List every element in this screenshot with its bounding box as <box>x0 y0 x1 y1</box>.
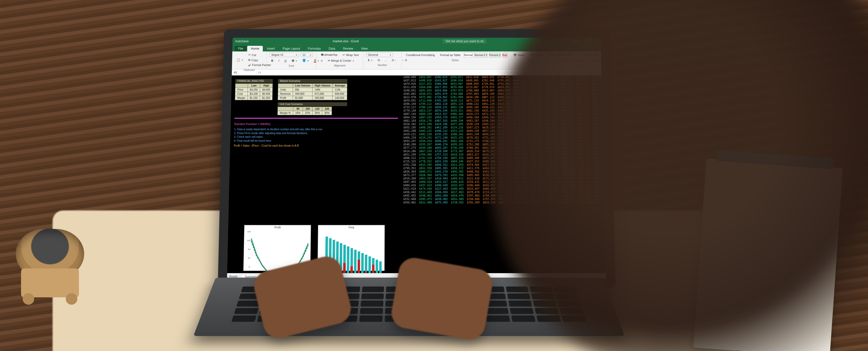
bold-button[interactable]: B <box>269 58 275 63</box>
random-fn-note: Random Function = RAND() <box>235 122 398 125</box>
photo-scene: AutoSave market.xlsx - Excel Tell me wha… <box>0 0 868 351</box>
chart-title: Freq <box>318 226 384 229</box>
name-box[interactable]: A1 <box>232 71 256 74</box>
analysis-title-3: Unit Cost Scenarios <box>278 103 347 106</box>
conditional-formatting-button[interactable]: Conditional Formatting <box>404 53 437 57</box>
svg-rect-27 <box>372 265 375 273</box>
tab-page-layout[interactable]: Page Layout <box>279 46 304 51</box>
align-left-icon[interactable]: ≡ <box>319 58 324 63</box>
tab-view[interactable]: View <box>357 46 371 51</box>
paperclip-cup <box>16 229 84 297</box>
svg-rect-15 <box>350 266 353 273</box>
analysis-table-3: 90100110120Margin %18%22%26%30% <box>277 107 332 115</box>
comma-button[interactable]: , <box>383 58 388 62</box>
group-number: General $ % , .0→ ←.0 Number <box>364 52 402 69</box>
group-label: Alignment <box>319 64 361 67</box>
tab-review[interactable]: Review <box>339 46 357 51</box>
tab-data[interactable]: Data <box>325 46 339 51</box>
analysis-table-1: LowHighPrice$4,250$4,800Cost$3,100$3,450… <box>235 83 273 100</box>
analysis-panel: FINANCIAL ANALYSIS LowHighPrice$4,250$4,… <box>227 76 402 273</box>
percent-button[interactable]: % <box>376 58 382 62</box>
currency-button[interactable]: $ <box>366 58 374 62</box>
paste-button[interactable]: 📋 <box>235 57 245 62</box>
svg-rect-30 <box>379 261 382 273</box>
group-styles: Conditional Formatting Format as Table N… <box>402 52 509 69</box>
font-family-select[interactable]: Segoe UI <box>269 52 299 57</box>
analysis-title-1: FINANCIAL ANALYSIS <box>235 79 273 83</box>
group-alignment: �climateTop ↩ Wrap Text ≡ ⇔ Merge & Cent… <box>316 52 364 69</box>
svg-rect-31 <box>379 273 382 273</box>
fill-color-button[interactable]: 🪣 <box>301 58 311 63</box>
group-label: Styles <box>404 59 506 62</box>
group-font: Segoe UI 11 B I U ▦ 🪣 A Font <box>267 52 317 69</box>
svg-rect-22 <box>365 255 367 273</box>
fx-icon[interactable]: ƒx <box>256 71 262 74</box>
wrap-text-button[interactable]: ↩ Wrap Text <box>341 52 361 57</box>
tab-home[interactable]: Home <box>247 46 263 51</box>
svg-rect-24 <box>368 256 371 273</box>
autosave-toggle[interactable]: AutoSave <box>235 39 249 43</box>
svg-rect-20 <box>361 253 364 273</box>
chart-title: Profit <box>244 226 311 229</box>
svg-rect-23 <box>365 271 367 273</box>
cell-style-bad[interactable]: Bad <box>502 52 507 57</box>
cell-style-percent2[interactable]: Percent 2 <box>489 52 500 57</box>
svg-rect-11 <box>343 263 346 273</box>
analysis-table-2: Low VolumeHigh VolumeAverageUnits80k140k… <box>278 83 347 100</box>
tab-insert[interactable]: Insert <box>263 46 279 51</box>
search-box[interactable]: Tell me what you want to do <box>443 39 486 43</box>
blue-notes: 1. Data is easily dependent on iteration… <box>234 127 398 143</box>
svg-rect-16 <box>354 250 356 273</box>
italic-button[interactable]: I <box>277 58 281 63</box>
cell-style-normal[interactable]: Normal <box>464 52 473 57</box>
align-top-icon[interactable]: �climateTop <box>319 52 339 57</box>
svg-rect-28 <box>376 260 378 273</box>
merge-center-button[interactable]: ⇔ Merge & Center <box>326 58 356 63</box>
inc-decimal-button[interactable]: .0→ <box>390 58 399 62</box>
person-foreground <box>489 0 868 351</box>
format-as-table-button[interactable]: Format as Table <box>438 53 462 57</box>
border-button[interactable]: ▦ <box>290 58 299 63</box>
svg-rect-19 <box>358 260 360 273</box>
window-title: market.xlsx - Excel <box>333 39 359 43</box>
tab-formulas[interactable]: Formulas <box>304 46 324 51</box>
font-size-select[interactable]: 11 <box>301 52 313 57</box>
group-label: Number <box>366 64 399 66</box>
svg-rect-12 <box>347 246 349 273</box>
underline-button[interactable]: U <box>282 58 288 63</box>
analysis-title-2: Market Scenarios <box>278 79 347 83</box>
file-tab[interactable]: File <box>235 46 247 51</box>
group-clipboard: 📋 ✂ Cut ⧉ Copy 🖌 Format Painter Clipboar… <box>232 52 267 69</box>
cell-style-normal92[interactable]: Normal 9 2 <box>474 52 487 57</box>
magenta-divider <box>235 118 398 119</box>
orange-note: Profit = Sales · (Price − Cost) for each… <box>234 144 398 147</box>
group-label: Font <box>269 64 313 67</box>
number-format-select[interactable]: General <box>366 52 393 57</box>
